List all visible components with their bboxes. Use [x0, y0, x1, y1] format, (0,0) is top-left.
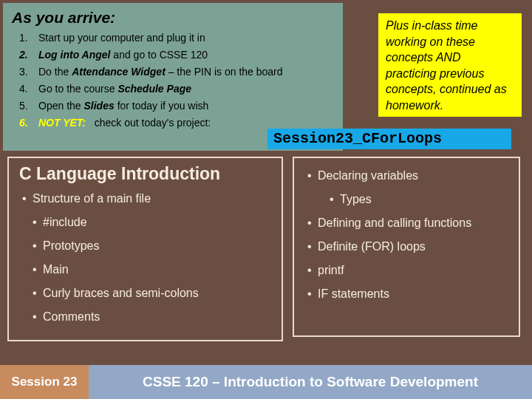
yellow-note: Plus in-class time working on these conc…: [378, 13, 522, 117]
list-item: Curly braces and semi-colons: [19, 282, 271, 305]
content-right-box: Declaring variables Types Defining and c…: [293, 157, 520, 337]
list-item: Types: [304, 188, 508, 211]
list-item: Structure of a main file: [19, 187, 271, 211]
list-item: Prototypes: [19, 234, 271, 258]
list-item: #include: [19, 211, 271, 234]
arrive-title: As you arrive:: [12, 9, 334, 27]
arrive-item: 1.Start up your computer and plug it in: [15, 30, 334, 47]
project-name: Session23_CForLoops: [267, 129, 511, 149]
list-item: Declaring variables: [304, 164, 508, 188]
footer-course: CSSE 120 – Introduction to Software Deve…: [89, 365, 532, 399]
content-left-title: C Language Introduction: [19, 164, 271, 184]
list-item: Comments: [19, 305, 271, 329]
slide: As you arrive: 1.Start up your computer …: [0, 0, 532, 399]
list-item: Defining and calling functions: [304, 211, 508, 235]
right-sub-list: Types: [304, 188, 508, 211]
left-sub-list: #includePrototypesMainCurly braces and s…: [19, 211, 271, 329]
arrive-item: 4.Go to the course Schedule Page: [15, 81, 334, 98]
arrive-list: 1.Start up your computer and plug it in2…: [12, 30, 334, 132]
arrive-item: 5.Open the Slides for today if you wish: [15, 98, 334, 115]
right-list-1: Declaring variables: [304, 164, 508, 188]
list-item: printf: [304, 259, 508, 282]
content-left-box: C Language Introduction Structure of a m…: [7, 157, 283, 341]
right-list-2: Defining and calling functionsDefinite (…: [304, 211, 508, 306]
left-top-list: Structure of a main file: [19, 187, 271, 211]
footer-session: Session 23: [0, 365, 89, 399]
arrive-item: 2.Log into Angel and go to CSSE 120: [15, 47, 334, 64]
list-item: Definite (FOR) loops: [304, 235, 508, 259]
list-item: IF statements: [304, 282, 508, 306]
list-item: Main: [19, 258, 271, 282]
arrive-item: 3.Do the Attendance Widget – the PIN is …: [15, 64, 334, 81]
